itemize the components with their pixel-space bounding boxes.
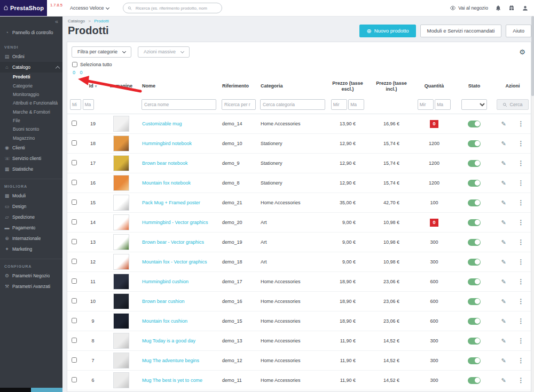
status-toggle[interactable]: [468, 298, 481, 305]
filter-status-select[interactable]: [461, 99, 487, 110]
sidebar-item-statistiche[interactable]: ▦Statistiche: [0, 164, 62, 174]
product-name-link[interactable]: Hummingbird cushion: [142, 279, 189, 284]
filter-price-min-input[interactable]: [331, 99, 347, 110]
sidebar-item-catalogo[interactable]: ⌂Catalogo: [0, 62, 62, 73]
kebab-menu-icon[interactable]: ⋮: [518, 140, 524, 147]
filter-reference-input[interactable]: [222, 99, 256, 110]
status-toggle[interactable]: [468, 160, 481, 167]
status-toggle[interactable]: [468, 259, 481, 266]
breadcrumb-current[interactable]: Prodotti: [94, 19, 109, 23]
sidebar-subitem-file[interactable]: File: [0, 116, 62, 125]
product-name-link[interactable]: Mountain fox cushion: [142, 318, 187, 324]
sidebar-item-internazionale[interactable]: ⊕Internazionale: [0, 233, 62, 244]
filter-qty-min-input[interactable]: [418, 99, 434, 110]
row-checkbox[interactable]: [72, 160, 77, 165]
edit-pencil-icon[interactable]: ✎: [501, 219, 506, 226]
scrollbar-thumb[interactable]: [531, 16, 534, 96]
column-header-id[interactable]: Id▾: [81, 77, 105, 96]
kebab-menu-icon[interactable]: ⋮: [518, 377, 524, 384]
sort-icon[interactable]: ▾: [95, 84, 97, 88]
gear-icon[interactable]: ⚙: [519, 49, 525, 55]
product-name-link[interactable]: Customizable mug: [142, 121, 182, 126]
kebab-menu-icon[interactable]: ⋮: [518, 159, 524, 167]
product-name-link[interactable]: Brown bear - Vector graphics: [142, 239, 204, 245]
product-name-link[interactable]: Mug The adventure begins: [142, 358, 199, 363]
product-name-link[interactable]: Mountain fox notebook: [142, 180, 191, 186]
filter-name-input[interactable]: [142, 99, 216, 110]
kebab-menu-icon[interactable]: ⋮: [518, 258, 524, 266]
product-name-link[interactable]: Brown bear notebook: [142, 161, 188, 166]
gift-icon[interactable]: [508, 5, 515, 11]
sidebar-item-spedizione[interactable]: ▱Spedizione: [0, 212, 62, 222]
product-name-link[interactable]: Brown bear cushion: [142, 299, 185, 304]
view-shop-link[interactable]: Vai al negozio: [450, 5, 488, 11]
row-checkbox[interactable]: [72, 140, 77, 146]
edit-pencil-icon[interactable]: ✎: [501, 338, 506, 345]
help-button[interactable]: Aiuto: [506, 25, 531, 37]
sidebar-collapse-button[interactable]: «: [0, 16, 62, 26]
kebab-menu-icon[interactable]: ⋮: [518, 337, 524, 345]
header-search[interactable]: [123, 3, 222, 13]
status-toggle[interactable]: [468, 121, 481, 127]
sidebar-subitem-monitoraggio[interactable]: Monitoraggio: [0, 90, 62, 99]
filter-id-max-input[interactable]: [83, 99, 94, 110]
breadcrumb-parent[interactable]: Catalogo: [68, 19, 85, 23]
status-toggle[interactable]: [468, 318, 481, 325]
sidebar-subitem-prodotti[interactable]: Prodotti: [0, 73, 62, 81]
header-search-input[interactable]: [135, 5, 218, 11]
notifications-bell-icon[interactable]: [495, 5, 501, 11]
product-name-link[interactable]: Pack Mug + Framed poster: [142, 200, 200, 205]
quick-access-menu[interactable]: Accesso Veloce: [70, 5, 109, 11]
bulk-actions-button[interactable]: Azioni massive: [138, 46, 190, 58]
sidebar-item-servizio-clienti[interactable]: ☏Servizio clienti: [0, 153, 62, 164]
edit-pencil-icon[interactable]: ✎: [501, 298, 506, 305]
edit-pencil-icon[interactable]: ✎: [501, 199, 506, 206]
sidebar-item-parametri-avanzati[interactable]: ⚒Parametri Avanzati: [0, 281, 62, 292]
edit-pencil-icon[interactable]: ✎: [501, 278, 506, 285]
sidebar-subitem-attributi-e-funzionalit[interactable]: Attributi e Funzionalità: [0, 99, 62, 107]
edit-pencil-icon[interactable]: ✎: [501, 140, 506, 147]
kebab-menu-icon[interactable]: ⋮: [518, 317, 524, 325]
edit-pencil-icon[interactable]: ✎: [501, 377, 506, 384]
filter-id-min-input[interactable]: [70, 99, 81, 110]
sidebar-subitem-categorie[interactable]: Categorie: [0, 81, 62, 90]
status-toggle[interactable]: [468, 239, 481, 246]
row-checkbox[interactable]: [72, 239, 77, 244]
row-checkbox[interactable]: [72, 377, 77, 382]
row-checkbox[interactable]: [72, 338, 77, 343]
edit-pencil-icon[interactable]: ✎: [501, 357, 506, 364]
search-button[interactable]: Cerca: [497, 99, 528, 110]
status-toggle[interactable]: [468, 199, 481, 206]
status-toggle[interactable]: [468, 357, 481, 364]
sidebar-item-marketing[interactable]: ✦Marketing: [0, 244, 62, 254]
kebab-menu-icon[interactable]: ⋮: [518, 238, 524, 246]
row-checkbox[interactable]: [72, 357, 77, 363]
row-checkbox[interactable]: [72, 278, 77, 284]
filter-price-max-input[interactable]: [348, 99, 364, 110]
edit-pencil-icon[interactable]: ✎: [501, 180, 506, 187]
filter-qty-max-input[interactable]: [435, 99, 451, 110]
status-toggle[interactable]: [468, 180, 481, 187]
kebab-menu-icon[interactable]: ⋮: [518, 357, 524, 364]
select-all-checkbox[interactable]: [72, 62, 77, 67]
filter-by-category-button[interactable]: Filtra per categorie: [72, 46, 131, 58]
sidebar-item-moduli[interactable]: ▩Moduli: [0, 190, 62, 201]
row-checkbox[interactable]: [72, 199, 77, 205]
sidebar-item-pagamento[interactable]: ▬Pagamento: [0, 222, 62, 233]
kebab-menu-icon[interactable]: ⋮: [518, 199, 524, 206]
status-toggle[interactable]: [468, 377, 481, 384]
sidebar-item-parametri-negozio[interactable]: ⚙Parametri Negozio: [0, 270, 62, 281]
sidebar-subitem-buoni-sconto[interactable]: Buoni sconto: [0, 125, 62, 133]
edit-pencil-icon[interactable]: ✎: [501, 121, 506, 127]
row-checkbox[interactable]: [72, 318, 77, 323]
product-name-link[interactable]: Hummingbird - Vector graphics: [142, 220, 208, 225]
account-icon[interactable]: [522, 5, 529, 12]
new-product-button[interactable]: ⊕ Nuovo prodotto: [359, 25, 415, 37]
edit-pencil-icon[interactable]: ✎: [501, 318, 506, 325]
edit-pencil-icon[interactable]: ✎: [501, 259, 506, 266]
kebab-menu-icon[interactable]: ⋮: [518, 278, 524, 285]
kebab-menu-icon[interactable]: ⋮: [518, 120, 524, 127]
sidebar-subitem-marche-fornitori[interactable]: Marche & Fornitori: [0, 108, 62, 116]
edit-pencil-icon[interactable]: ✎: [501, 239, 506, 246]
row-checkbox[interactable]: [72, 121, 77, 126]
